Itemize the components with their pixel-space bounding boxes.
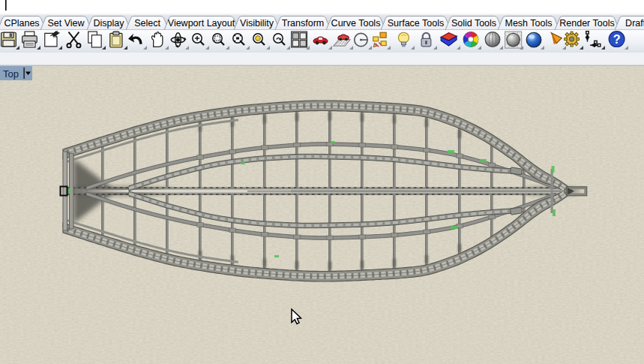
svg-text:Display: Display	[94, 18, 125, 29]
svg-text:Set View: Set View	[47, 18, 85, 29]
svg-text:Surface Tools: Surface Tools	[388, 18, 445, 29]
svg-text:CPlanes: CPlanes	[4, 18, 39, 29]
svg-text:Select: Select	[134, 18, 160, 29]
svg-text:?: ?	[613, 32, 621, 46]
svg-text:Transform: Transform	[282, 18, 325, 29]
svg-text:Viewport Layout: Viewport Layout	[168, 18, 235, 29]
svg-text:Visibility: Visibility	[240, 18, 274, 29]
svg-text:Curve Tools: Curve Tools	[331, 18, 381, 29]
svg-text:Render Tools: Render Tools	[559, 18, 614, 29]
svg-text:Drafting: Drafting	[625, 18, 644, 29]
svg-text:Top: Top	[3, 68, 19, 80]
svg-text:Mesh Tools: Mesh Tools	[505, 18, 553, 29]
svg-text:Solid Tools: Solid Tools	[451, 18, 496, 29]
